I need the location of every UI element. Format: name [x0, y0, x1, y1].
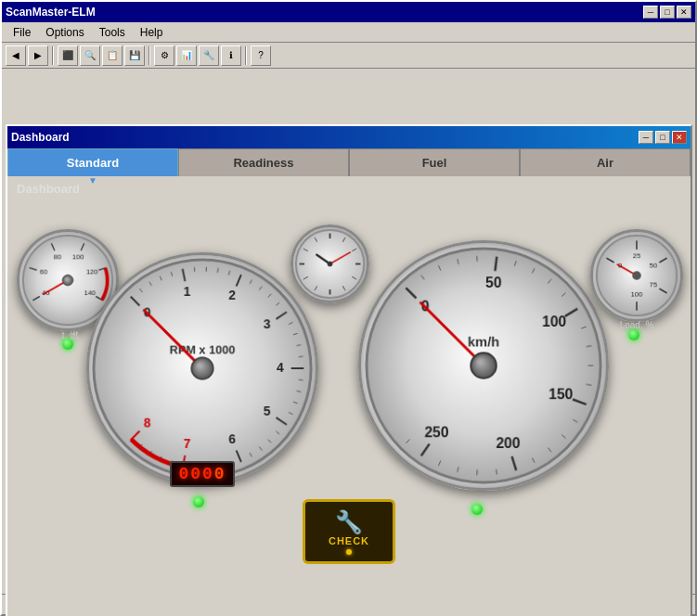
menu-bar: File Options Tools Help — [2, 22, 695, 43]
menu-tools[interactable]: Tools — [92, 24, 133, 41]
tb-btn-10[interactable]: ℹ — [221, 45, 241, 66]
main-window: ScanMaster-ELM ─ □ ✕ File Options Tools … — [0, 0, 697, 616]
clock-gauge — [290, 225, 369, 303]
load-led — [628, 329, 639, 340]
tabs-bar: Standard Readiness Fuel Air — [7, 148, 691, 176]
dash-window-title: Dashboard — [11, 131, 70, 144]
tab-air[interactable]: Air — [520, 148, 691, 176]
dash-maximize-button[interactable]: □ — [655, 131, 670, 144]
dash-main: Dashboard t, 燃 0000 — [7, 176, 691, 616]
maximize-button[interactable]: □ — [660, 6, 675, 19]
dashboard-window: Dashboard ─ □ ✕ Standard Readiness Fuel — [6, 124, 692, 616]
dash-win-buttons: ─ □ ✕ — [639, 131, 687, 144]
menu-file[interactable]: File — [6, 24, 38, 41]
load-label: Load, % — [590, 320, 683, 330]
tb-btn-5[interactable]: 📋 — [102, 45, 123, 66]
rpm-gauge — [86, 252, 318, 484]
menu-options[interactable]: Options — [38, 24, 91, 41]
tb-btn-7[interactable]: ⚙ — [154, 45, 174, 66]
check-engine: 🔧 CHECK — [303, 499, 395, 564]
close-button[interactable]: ✕ — [677, 6, 691, 19]
tb-btn-2[interactable]: ▶ — [28, 45, 48, 66]
check-engine-text: CHECK — [329, 535, 369, 546]
menu-help[interactable]: Help — [133, 24, 171, 41]
tb-btn-3[interactable]: ⬛ — [58, 45, 78, 66]
tb-btn-6[interactable]: 💾 — [124, 45, 145, 66]
tb-btn-9[interactable]: 🔧 — [199, 45, 219, 66]
tb-sep-2 — [148, 46, 150, 65]
rpm-led — [193, 496, 204, 507]
tab-fuel[interactable]: Fuel — [349, 148, 520, 176]
tb-btn-8[interactable]: 📊 — [176, 45, 197, 66]
tb-btn-1[interactable]: ◀ — [6, 45, 26, 66]
rpm-digital: 0000 — [170, 461, 235, 487]
app-title: ScanMaster-ELM — [6, 6, 96, 19]
load-gauge — [590, 229, 683, 322]
dash-label: Dashboard — [7, 176, 691, 201]
speed-gauge — [358, 240, 609, 491]
dash-minimize-button[interactable]: ─ — [639, 131, 653, 144]
outer-title-bar: ScanMaster-ELM ─ □ ✕ — [2, 2, 695, 22]
toolbar: ◀ ▶ ⬛ 🔍 📋 💾 ⚙ 📊 🔧 ℹ ? — [2, 43, 695, 69]
outer-win-buttons: ─ □ ✕ — [643, 6, 691, 19]
minimize-button[interactable]: ─ — [643, 6, 658, 19]
check-engine-dot — [346, 549, 352, 555]
tb-btn-11[interactable]: ? — [251, 45, 271, 66]
tb-sep-1 — [52, 46, 54, 65]
tb-sep-3 — [245, 46, 247, 65]
dash-title-bar: Dashboard ─ □ ✕ — [7, 126, 691, 148]
dash-content: t, 燃 0000 Load, % — [7, 201, 691, 616]
check-engine-icon: 🔧 — [335, 509, 363, 535]
tab-readiness[interactable]: Readiness — [178, 148, 349, 176]
tab-standard[interactable]: Standard — [7, 148, 178, 176]
content-area: Dashboard ─ □ ✕ Standard Readiness Fuel — [2, 69, 695, 594]
tb-btn-4[interactable]: 🔍 — [80, 45, 100, 66]
dash-close-button[interactable]: ✕ — [672, 131, 687, 144]
speed-led — [471, 504, 483, 515]
